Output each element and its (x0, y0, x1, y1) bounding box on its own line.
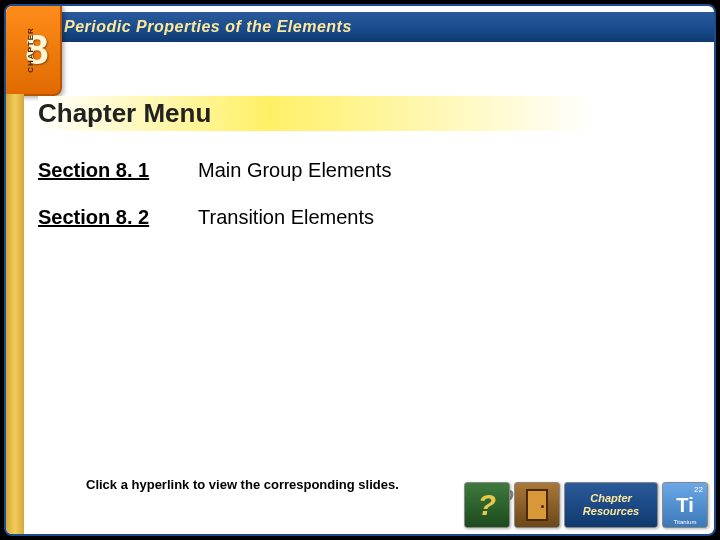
resources-label-line1: Chapter (590, 492, 632, 505)
chapter-badge: CHAPTER 8 (4, 4, 62, 96)
section-link-8-2[interactable]: Section 8. 2 (38, 206, 198, 229)
section-row: Section 8. 2 Transition Elements (38, 206, 694, 229)
chapter-resources-button[interactable]: Chapter Resources (564, 482, 658, 528)
section-desc: Main Group Elements (198, 159, 391, 182)
section-desc: Transition Elements (198, 206, 374, 229)
chapter-label: CHAPTER (26, 27, 35, 73)
element-symbol: Ti (676, 494, 693, 517)
question-mark-icon: ? (478, 488, 496, 522)
exit-button[interactable] (514, 482, 560, 528)
element-tile-button[interactable]: 22 Ti Titanium (662, 482, 708, 528)
section-link-8-1[interactable]: Section 8. 1 (38, 159, 198, 182)
atomic-number: 22 (694, 485, 703, 494)
menu-title: Chapter Menu (38, 96, 694, 131)
bottom-nav: ? Chapter Resources 22 Ti Titanium (464, 482, 708, 528)
slide-frame: Periodic Properties of the Elements CHAP… (4, 4, 716, 536)
section-row: Section 8. 1 Main Group Elements (38, 159, 694, 182)
help-button[interactable]: ? (464, 482, 510, 528)
door-icon (526, 489, 548, 521)
hint-text: Click a hyperlink to view the correspond… (86, 477, 399, 492)
resources-label-line2: Resources (583, 505, 639, 518)
header-bar: Periodic Properties of the Elements (6, 12, 714, 42)
element-name: Titanium (674, 519, 697, 525)
left-stripe (6, 94, 24, 534)
chapter-title: Periodic Properties of the Elements (64, 18, 352, 36)
content-area: Chapter Menu Section 8. 1 Main Group Ele… (38, 96, 694, 479)
